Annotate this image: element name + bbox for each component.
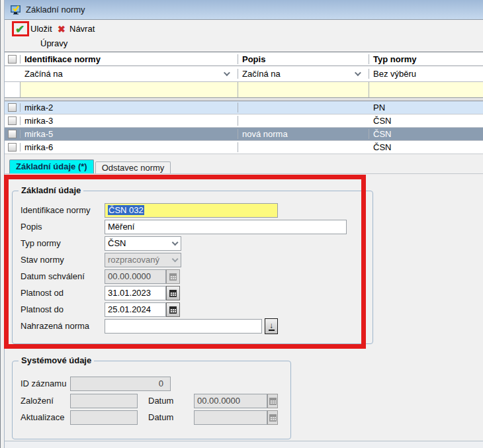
datum-schvaleni-field: 00.00.0000 bbox=[105, 269, 166, 284]
zalozeni-datum-calendar-button bbox=[267, 394, 278, 408]
filter-typ[interactable]: Bez výběru bbox=[369, 69, 483, 79]
row-checkbox[interactable] bbox=[8, 130, 17, 138]
calendar-icon bbox=[169, 290, 177, 297]
groupbox-title: Systémové údaje bbox=[19, 355, 94, 365]
label-aktualizace: Aktualizace bbox=[21, 410, 64, 425]
window-frame-left-outer bbox=[0, 0, 1, 448]
row-checkbox[interactable] bbox=[8, 116, 17, 125]
aktualizace-datum-calendar-button bbox=[267, 410, 278, 425]
chevron-down-icon bbox=[172, 255, 179, 262]
cell-identifikace: mirka-6 bbox=[21, 142, 238, 152]
table-row[interactable]: mirka-2 PN bbox=[5, 101, 483, 114]
platnost-od-field[interactable]: 31.01.2023 bbox=[105, 286, 166, 300]
groupbox-zakladni-udaje: Základní údaje Identifikace normy ČSN 03… bbox=[12, 191, 373, 344]
filter-input-popis[interactable] bbox=[238, 82, 369, 97]
chevron-down-icon[interactable] bbox=[355, 69, 361, 76]
toolbar: ✔ Uložit ✖ Návrat Úpravy bbox=[5, 21, 483, 51]
aktualizace-datum-field bbox=[194, 410, 267, 425]
grid-filter-input-row bbox=[5, 82, 483, 98]
filter-input-typ[interactable] bbox=[369, 82, 483, 97]
cell-typ: ČSN bbox=[369, 116, 483, 126]
column-header-typ[interactable]: Typ normy bbox=[369, 54, 483, 64]
aktualizace-field bbox=[70, 410, 138, 425]
column-header-identifikace[interactable]: Identifikace normy bbox=[21, 54, 238, 64]
header-checkbox[interactable] bbox=[8, 55, 17, 64]
cell-identifikace: mirka-3 bbox=[21, 116, 238, 126]
row-checkbox[interactable] bbox=[8, 103, 17, 112]
filter-popis[interactable]: Začíná na bbox=[238, 69, 369, 79]
lookup-arrow-icon: ↓ bbox=[269, 322, 273, 329]
titlebar: Základní normy bbox=[5, 0, 483, 20]
calendar-icon bbox=[169, 273, 177, 281]
identifikace-normy-field[interactable]: ČSN 032 bbox=[105, 203, 278, 218]
label-popis: Popis bbox=[21, 220, 42, 234]
label-zalozeni: Založení bbox=[21, 394, 54, 408]
return-button[interactable]: Návrat bbox=[69, 24, 95, 34]
stav-normy-select: rozpracovaný bbox=[105, 253, 181, 267]
tab-zakladni-udaje[interactable]: Základní údaje (*) bbox=[9, 159, 94, 173]
groupbox-systemove-udaje: Systémové údaje ID záznamu 0 Založení Da… bbox=[12, 361, 291, 439]
cell-identifikace: mirka-2 bbox=[21, 103, 238, 112]
chevron-down-icon[interactable] bbox=[172, 239, 179, 246]
table-row-selected[interactable]: mirka-5 nová norma ČSN bbox=[5, 128, 483, 141]
label-aktualizace-datum: Datum bbox=[148, 410, 173, 425]
calendar-icon bbox=[169, 306, 177, 314]
tab-odstavec-normy[interactable]: Odstavec normy bbox=[95, 161, 171, 173]
table-row[interactable]: mirka-6 ČSN bbox=[5, 141, 483, 154]
table-row[interactable]: mirka-3 ČSN bbox=[5, 114, 483, 128]
cell-identifikace: mirka-5 bbox=[21, 129, 238, 139]
nahrazena-norma-field[interactable] bbox=[105, 319, 262, 334]
popis-field[interactable]: Měření bbox=[105, 220, 347, 234]
filter-typ-label: Bez výběru bbox=[373, 69, 416, 79]
label-nahrazena-norma: Nahrazená norma bbox=[21, 319, 89, 334]
platnost-od-calendar-button[interactable] bbox=[166, 286, 180, 300]
norms-grid: Identifikace normy Popis Typ normy Začín… bbox=[5, 52, 483, 154]
save-check-icon[interactable]: ✔ bbox=[15, 22, 24, 36]
label-typ-normy: Typ normy bbox=[21, 236, 61, 251]
save-button[interactable]: Uložit bbox=[30, 24, 52, 34]
groupbox-title: Základní údaje bbox=[19, 185, 83, 195]
label-platnost-do: Platnost do bbox=[21, 302, 64, 317]
cell-typ: PN bbox=[369, 103, 483, 112]
cell-typ: ČSN bbox=[369, 142, 483, 152]
typ-normy-select[interactable]: ČSN bbox=[105, 236, 181, 251]
label-stav-normy: Stav normy bbox=[21, 253, 64, 267]
row-checkbox[interactable] bbox=[8, 143, 17, 152]
cell-popis: nová norma bbox=[238, 129, 369, 139]
typ-normy-value: ČSN bbox=[108, 237, 126, 250]
calendar-icon bbox=[269, 398, 277, 405]
return-x-icon[interactable]: ✖ bbox=[58, 24, 66, 34]
menu-upravy[interactable]: Úpravy bbox=[40, 38, 67, 48]
window-monitor-icon bbox=[10, 5, 22, 15]
cell-typ: ČSN bbox=[369, 129, 483, 139]
filter-identifikace-label: Začíná na bbox=[24, 69, 63, 79]
zalozeni-field bbox=[70, 394, 138, 408]
platnost-do-field[interactable]: 25.01.2024 bbox=[105, 302, 166, 317]
filter-popis-label: Začíná na bbox=[242, 69, 281, 79]
window-bottom-strip bbox=[5, 441, 483, 448]
window-title: Základní normy bbox=[26, 5, 85, 15]
label-zalozeni-datum: Datum bbox=[148, 394, 173, 408]
label-identifikace-normy: Identifikace normy bbox=[21, 203, 91, 218]
label-platnost-od: Platnost od bbox=[21, 286, 64, 300]
platnost-do-calendar-button[interactable] bbox=[166, 302, 180, 317]
filter-input-identifikace[interactable] bbox=[21, 82, 238, 97]
chevron-down-icon[interactable] bbox=[224, 69, 230, 76]
nahrazena-norma-lookup-button[interactable]: ↓ bbox=[265, 318, 278, 334]
filter-identifikace[interactable]: Začíná na bbox=[21, 69, 238, 79]
lookup-bar-icon bbox=[269, 330, 275, 331]
grid-filter-row: Začíná na Začíná na Bez výběru bbox=[5, 66, 483, 82]
id-zaznamu-field: 0 bbox=[70, 377, 171, 391]
label-id-zaznamu: ID záznamu bbox=[21, 377, 66, 391]
label-datum-schvaleni: Datum schválení bbox=[21, 269, 85, 284]
selected-text: ČSN 032 bbox=[108, 205, 144, 215]
zalozeni-datum-field: 00.00.0000 bbox=[194, 394, 267, 408]
grid-header-row: Identifikace normy Popis Typ normy bbox=[5, 52, 483, 66]
calendar-icon bbox=[269, 414, 277, 422]
tabstrip: Základní údaje (*) Odstavec normy bbox=[5, 160, 483, 174]
datum-schvaleni-calendar-button bbox=[166, 269, 180, 284]
stav-normy-value: rozpracovaný bbox=[108, 253, 159, 267]
column-header-popis[interactable]: Popis bbox=[238, 54, 369, 64]
